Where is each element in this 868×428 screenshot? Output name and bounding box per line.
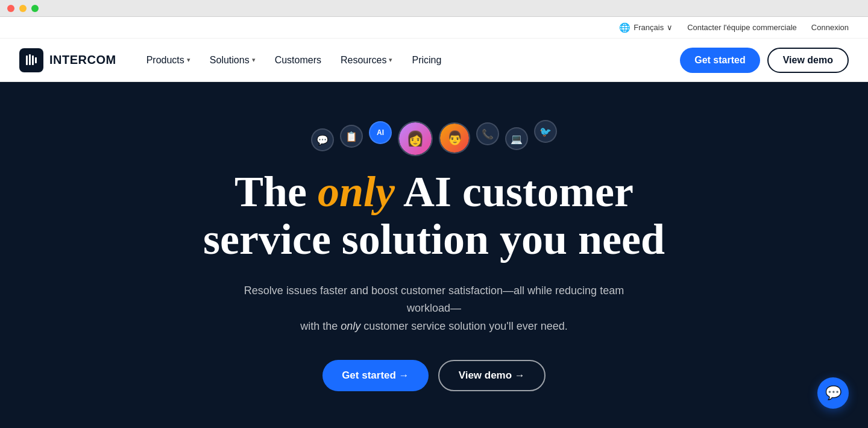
hero-title-only: only (318, 168, 395, 216)
messenger-icon: 📋 (340, 125, 363, 148)
phone-icon: 📞 (476, 122, 499, 145)
floating-icons: 💬 📋 AI 👩 👨 📞 💻 🐦 (311, 113, 557, 156)
nav-item-pricing[interactable]: Pricing (403, 50, 450, 71)
nav-label-solutions: Solutions (210, 55, 250, 66)
hero-title-part1: The (234, 168, 318, 216)
hero-get-started-button[interactable]: Get started → (322, 360, 428, 391)
logo[interactable]: INTERCOM (19, 48, 116, 72)
twitter-icon: 🐦 (534, 120, 557, 143)
ai-badge: AI (369, 121, 392, 144)
logo-text: INTERCOM (49, 53, 116, 67)
hero-subtitle: Resolve issues faster and boost customer… (223, 282, 645, 336)
hero-view-demo-button[interactable]: View demo → (438, 360, 546, 391)
monitor-icon: 💻 (505, 127, 528, 150)
chevron-resources: ▾ (389, 56, 392, 64)
logo-icon (19, 48, 43, 72)
traffic-light-yellow[interactable] (19, 5, 27, 12)
lang-label: Français (634, 23, 664, 32)
view-demo-button[interactable]: View demo (767, 48, 849, 73)
whatsapp-icon: 💬 (311, 128, 334, 151)
chat-widget[interactable]: 💬 (817, 377, 849, 409)
hero-section: 💬 📋 AI 👩 👨 📞 💻 🐦 The only AI customerser… (0, 82, 868, 428)
navbar: INTERCOM Products ▾ Solutions ▾ Customer… (0, 39, 868, 82)
svg-rect-1 (29, 54, 31, 65)
traffic-light-green[interactable] (31, 5, 39, 12)
chat-widget-icon: 💬 (825, 385, 841, 401)
chevron-solutions: ▾ (252, 56, 256, 64)
chevron-down-icon: ∨ (667, 23, 673, 32)
traffic-light-red[interactable] (7, 5, 14, 12)
window-chrome (0, 0, 868, 17)
avatar-1: 👩 (398, 121, 433, 156)
hero-title: The only AI customerservice solution you… (203, 168, 665, 263)
nav-item-resources[interactable]: Resources ▾ (332, 50, 401, 71)
nav-label-pricing: Pricing (412, 55, 441, 66)
utility-bar: 🌐 Français ∨ Contacter l'équipe commerci… (0, 17, 868, 39)
contact-sales-link[interactable]: Contacter l'équipe commerciale (687, 23, 797, 32)
nav-item-products[interactable]: Products ▾ (138, 50, 199, 71)
hero-subtitle-italic: only (341, 320, 360, 332)
nav-item-solutions[interactable]: Solutions ▾ (201, 50, 264, 71)
nav-label-products: Products (146, 55, 184, 66)
login-link[interactable]: Connexion (811, 23, 849, 32)
nav-label-customers: Customers (275, 55, 321, 66)
avatar-2: 👨 (439, 122, 470, 154)
svg-rect-0 (26, 55, 28, 65)
hero-actions: Get started → View demo → (322, 360, 546, 391)
chevron-products: ▾ (187, 56, 190, 64)
nav-label-resources: Resources (341, 55, 386, 66)
nav-items: Products ▾ Solutions ▾ Customers Resourc… (138, 50, 681, 71)
language-selector[interactable]: 🌐 Français ∨ (619, 22, 673, 33)
svg-rect-3 (35, 57, 37, 63)
globe-icon: 🌐 (619, 22, 631, 33)
svg-rect-2 (32, 55, 34, 65)
nav-actions: Get started View demo (680, 48, 849, 73)
get-started-button[interactable]: Get started (680, 48, 760, 73)
nav-item-customers[interactable]: Customers (266, 50, 330, 71)
